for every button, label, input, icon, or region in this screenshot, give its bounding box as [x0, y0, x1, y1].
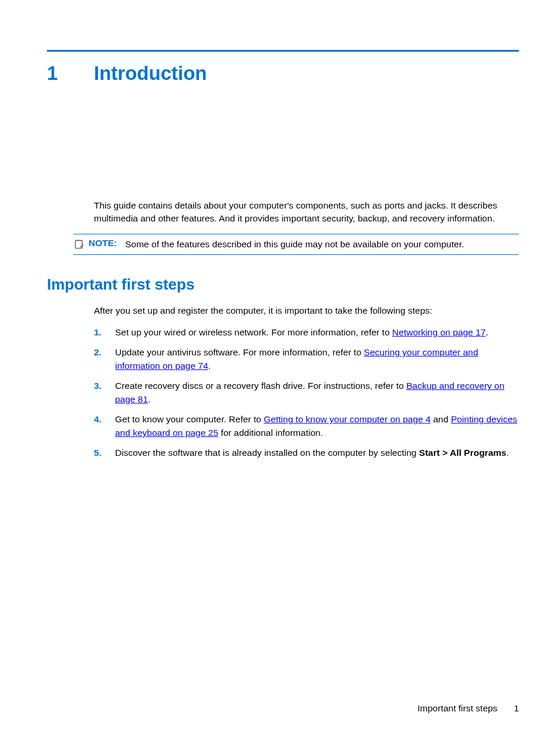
list-number: 1. — [94, 326, 115, 339]
intro-paragraph: This guide contains details about your c… — [94, 199, 519, 226]
note-label: NOTE: — [89, 238, 117, 248]
list-content: Get to know your computer. Refer to Gett… — [115, 413, 519, 439]
top-rule — [47, 50, 519, 52]
list-number: 4. — [94, 413, 115, 426]
list-content: Update your antivirus software. For more… — [115, 346, 519, 372]
link-getting-to-know[interactable]: Getting to know your computer on page 4 — [264, 414, 430, 424]
chapter-number: 1 — [47, 62, 94, 85]
footer-section-text: Important first steps — [417, 703, 497, 714]
list-item: 3. Create recovery discs or a recovery f… — [94, 379, 519, 406]
list-text-post: . — [148, 394, 150, 404]
list-item: 5. Discover the software that is already… — [94, 446, 519, 459]
list-number: 2. — [94, 346, 115, 359]
list-text-post: . — [208, 361, 211, 371]
note-icon — [73, 238, 85, 250]
list-text-post: . — [507, 448, 509, 458]
list-content: Create recovery discs or a recovery flas… — [115, 379, 519, 406]
chapter-title: Introduction — [94, 62, 207, 85]
svg-rect-0 — [75, 240, 82, 248]
page-footer: Important first steps 1 — [417, 703, 519, 714]
list-text-pre: Create recovery discs or a recovery flas… — [115, 381, 406, 391]
footer-page-number: 1 — [514, 703, 519, 714]
list-number: 3. — [94, 379, 115, 392]
list-item: 4. Get to know your computer. Refer to G… — [94, 413, 519, 439]
list-item: 2. Update your antivirus software. For m… — [94, 346, 519, 372]
list-text-pre: Update your antivirus software. For more… — [115, 347, 364, 357]
link-networking[interactable]: Networking on page 17 — [392, 327, 485, 337]
note-text: Some of the features described in this g… — [125, 238, 464, 251]
page-content: 1 Introduction This guide contains detai… — [0, 0, 560, 460]
list-intro: After you set up and register the comput… — [94, 304, 519, 317]
list-text-post: . — [485, 327, 488, 337]
chapter-heading: 1 Introduction — [47, 62, 519, 85]
section-heading: Important first steps — [47, 275, 519, 294]
list-content: Discover the software that is already in… — [115, 446, 519, 459]
bold-text: Start > All Programs — [419, 448, 507, 458]
list-text-pre: Discover the software that is already in… — [115, 448, 419, 458]
steps-list: 1. Set up your wired or wireless network… — [94, 326, 519, 460]
list-text-pre: Get to know your computer. Refer to — [115, 414, 264, 424]
list-text-pre: Set up your wired or wireless network. F… — [115, 327, 392, 337]
list-content: Set up your wired or wireless network. F… — [115, 326, 519, 339]
list-item: 1. Set up your wired or wireless network… — [94, 326, 519, 339]
list-text-post: for additional information. — [218, 428, 323, 438]
note-block: NOTE: Some of the features described in … — [73, 234, 519, 255]
list-number: 5. — [94, 446, 115, 459]
list-text-mid: and — [431, 414, 451, 424]
